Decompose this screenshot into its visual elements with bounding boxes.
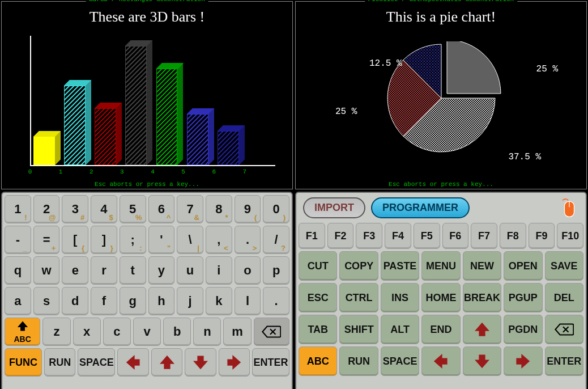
pgup-button[interactable]: PGUP: [504, 283, 542, 312]
end-button[interactable]: END: [421, 315, 460, 344]
key-s[interactable]: s: [33, 287, 60, 315]
ins-button[interactable]: INS: [381, 283, 419, 312]
key-f7[interactable]: F7: [471, 223, 497, 249]
key-f6[interactable]: F6: [442, 223, 469, 249]
key-l[interactable]: l: [235, 287, 261, 315]
key-sym[interactable]: \|: [177, 226, 203, 254]
key-p[interactable]: p: [263, 256, 289, 285]
key-f5[interactable]: F5: [414, 223, 440, 249]
bar3d-chart-title: These are 3D bars !: [90, 9, 205, 26]
key-a[interactable]: a: [5, 287, 31, 315]
key-9[interactable]: 9(: [235, 195, 261, 223]
break-button[interactable]: BREAK: [463, 283, 501, 312]
programmer-button[interactable]: PROGRAMMER: [371, 197, 470, 218]
backspace-button[interactable]: [545, 315, 583, 344]
key-r[interactable]: r: [91, 256, 117, 285]
key-m[interactable]: m: [223, 318, 251, 346]
arrow-left-button[interactable]: [421, 346, 460, 376]
key-o[interactable]: o: [235, 256, 261, 285]
key-u[interactable]: u: [177, 256, 203, 285]
abc-button[interactable]: ABC: [299, 346, 337, 376]
run-button[interactable]: RUN: [339, 346, 378, 376]
key-sym[interactable]: =+: [33, 226, 60, 254]
key-4[interactable]: 4$: [91, 195, 117, 223]
key-g[interactable]: g: [120, 287, 146, 315]
key-x[interactable]: x: [73, 318, 101, 346]
enter-button[interactable]: ENTER: [252, 348, 289, 377]
key-5[interactable]: 5%: [120, 195, 146, 223]
ctrl-button[interactable]: CTRL: [339, 283, 378, 312]
key-0[interactable]: 0): [263, 195, 289, 223]
key-f3[interactable]: F3: [356, 223, 382, 249]
arrow-up-button[interactable]: [463, 315, 501, 344]
key-v[interactable]: v: [133, 318, 161, 346]
arrow-left-button[interactable]: [117, 348, 148, 377]
key-t[interactable]: t: [120, 256, 146, 285]
key-sym[interactable]: /?: [263, 226, 289, 254]
shift-button[interactable]: SHIFT: [339, 315, 378, 344]
key-k[interactable]: k: [206, 287, 232, 315]
key-z[interactable]: z: [42, 318, 70, 346]
key-f[interactable]: f: [91, 287, 117, 315]
new-button[interactable]: NEW: [463, 251, 501, 281]
key-sym[interactable]: '": [148, 226, 175, 254]
key-f1[interactable]: F1: [299, 223, 325, 249]
copy-button[interactable]: COPY: [339, 251, 378, 281]
arrow-right-button[interactable]: [219, 348, 250, 377]
key-sym[interactable]: ;:: [120, 226, 146, 254]
key-e[interactable]: e: [62, 256, 88, 285]
del-button[interactable]: DEL: [545, 283, 583, 312]
enter-button[interactable]: ENTER: [545, 346, 583, 376]
key-8[interactable]: 8*: [206, 195, 232, 223]
open-button[interactable]: OPEN: [504, 251, 542, 281]
arrow-down-button[interactable]: [463, 346, 501, 376]
save-button[interactable]: SAVE: [545, 251, 583, 281]
key-n[interactable]: n: [193, 318, 221, 346]
key-6[interactable]: 6^: [148, 195, 175, 223]
bar3d-footer: Esc aborts or press a key...: [95, 181, 199, 188]
menu-button[interactable]: MENU: [421, 251, 460, 281]
key-sym[interactable]: [{: [62, 226, 88, 254]
backspace-button[interactable]: [254, 318, 289, 346]
paste-button[interactable]: PASTE: [381, 251, 419, 281]
cut-button[interactable]: CUT: [299, 251, 337, 281]
key-f4[interactable]: F4: [385, 223, 411, 249]
key-1[interactable]: 1!: [5, 195, 31, 223]
key-f9[interactable]: F9: [529, 223, 555, 249]
key-b[interactable]: b: [163, 318, 191, 346]
key-q[interactable]: q: [5, 256, 31, 285]
alt-button[interactable]: ALT: [381, 315, 419, 344]
tab-button[interactable]: TAB: [299, 315, 337, 344]
key-sym[interactable]: .>: [235, 226, 261, 254]
home-button[interactable]: HOME: [421, 283, 460, 312]
key-j[interactable]: j: [177, 287, 203, 315]
key-c[interactable]: c: [103, 318, 131, 346]
arrow-right-button[interactable]: [504, 346, 542, 376]
space-button[interactable]: SPACE: [381, 346, 419, 376]
space-button[interactable]: SPACE: [78, 348, 115, 377]
key-f2[interactable]: F2: [327, 223, 354, 249]
key-2[interactable]: 2@: [33, 195, 60, 223]
import-button[interactable]: IMPORT: [303, 197, 365, 218]
key-f10[interactable]: F10: [557, 223, 583, 249]
run-button[interactable]: RUN: [44, 348, 75, 377]
key-sym[interactable]: ,<: [206, 226, 232, 254]
key-sym[interactable]: -_: [5, 226, 31, 254]
key-y[interactable]: y: [148, 256, 175, 285]
func-button[interactable]: FUNC: [5, 348, 42, 377]
key-7[interactable]: 7&: [177, 195, 203, 223]
arrow-up-button[interactable]: [151, 348, 182, 377]
key-w[interactable]: w: [33, 256, 60, 285]
esc-button[interactable]: ESC: [299, 283, 337, 312]
key-f8[interactable]: F8: [500, 223, 526, 249]
pie-label-2: 25 %: [335, 107, 357, 117]
key-3[interactable]: 3#: [62, 195, 88, 223]
pgdn-button[interactable]: PGDN: [504, 315, 542, 344]
shift-abc-button[interactable]: ABC: [5, 318, 40, 346]
arrow-down-button[interactable]: [185, 348, 216, 377]
key-sym[interactable]: ]}: [91, 226, 117, 254]
key-.[interactable]: .: [263, 287, 289, 315]
key-d[interactable]: d: [62, 287, 88, 315]
key-h[interactable]: h: [148, 287, 175, 315]
key-i[interactable]: i: [206, 256, 232, 285]
